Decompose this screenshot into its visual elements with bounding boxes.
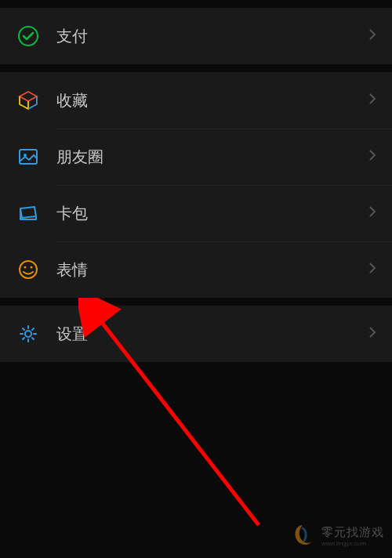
smiley-icon — [16, 257, 41, 282]
menu-label: 表情 — [56, 259, 368, 281]
chevron-right-icon — [368, 205, 376, 221]
menu-item-stickers[interactable]: 表情 — [0, 241, 392, 298]
chevron-right-icon — [368, 149, 376, 165]
menu-label: 朋友圈 — [56, 147, 368, 168]
menu-label: 支付 — [56, 26, 368, 47]
menu-group-2: 收藏 朋友圈 卡包 表情 — [0, 72, 392, 298]
menu-label: 设置 — [56, 324, 368, 345]
image-icon — [16, 144, 41, 169]
svg-point-0 — [19, 27, 38, 45]
svg-point-6 — [25, 331, 31, 337]
watermark-text: 零元找游戏 — [321, 525, 384, 540]
watermark-logo-icon — [289, 522, 317, 550]
menu-item-moments[interactable]: 朋友圈 — [0, 129, 392, 185]
menu-group-1: 支付 — [0, 8, 392, 64]
wallet-icon — [16, 201, 41, 226]
menu-label: 收藏 — [56, 90, 368, 111]
watermark: 零元找游戏 www.lingyx.com — [289, 522, 384, 550]
chevron-right-icon — [368, 92, 376, 108]
menu-item-cards[interactable]: 卡包 — [0, 185, 392, 241]
svg-point-5 — [31, 266, 33, 269]
gear-icon — [16, 321, 41, 346]
menu-label: 卡包 — [56, 203, 368, 224]
chevron-right-icon — [368, 28, 376, 44]
menu-item-settings[interactable]: 设置 — [0, 306, 392, 362]
menu-item-favorites[interactable]: 收藏 — [0, 72, 392, 129]
watermark-url: www.lingyx.com — [321, 540, 384, 547]
menu-group-3: 设置 — [0, 306, 392, 362]
cube-icon — [16, 88, 41, 113]
chevron-right-icon — [368, 326, 376, 342]
wechat-pay-icon — [16, 24, 41, 49]
menu-item-pay[interactable]: 支付 — [0, 8, 392, 64]
svg-point-4 — [24, 266, 27, 269]
chevron-right-icon — [368, 262, 376, 277]
svg-point-3 — [20, 261, 37, 278]
